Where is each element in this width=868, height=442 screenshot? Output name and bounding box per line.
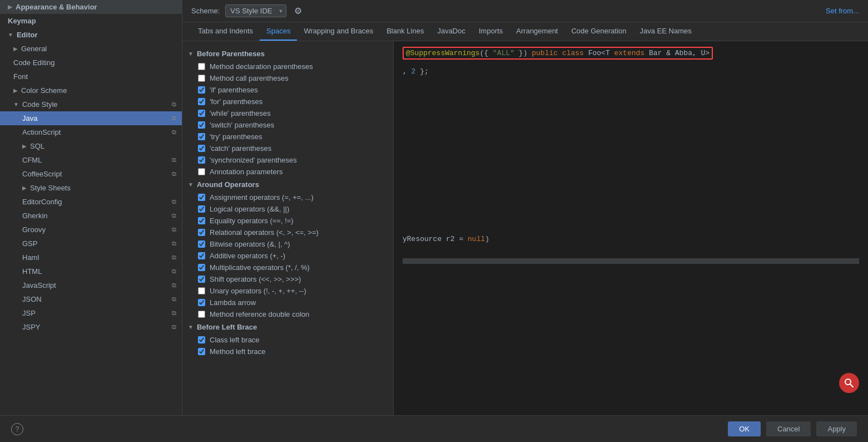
tab-tabs-indents[interactable]: Tabs and Indents — [191, 22, 260, 41]
scheme-dropdown[interactable]: VS Style IDE — [225, 4, 286, 17]
checkbox-switch-paren[interactable] — [198, 121, 205, 129]
sidebar-item-actionscript[interactable]: ActionScript⧉ — [0, 125, 182, 139]
checkbox-synchronized-paren[interactable] — [198, 156, 205, 164]
checkbox-if-paren[interactable] — [198, 86, 205, 94]
sidebar-item-color-scheme[interactable]: ▶Color Scheme — [0, 84, 182, 97]
section-around-operators[interactable]: ▼Around Operators — [182, 178, 393, 191]
copy-icon[interactable]: ⧉ — [172, 323, 176, 331]
horizontal-scrollbar[interactable] — [403, 258, 859, 264]
checkbox-lambda-arrow[interactable] — [198, 299, 205, 306]
checkbox-for-paren[interactable] — [198, 98, 205, 105]
sidebar-item-general[interactable]: ▶General — [0, 42, 182, 56]
set-from-link[interactable]: Set from... — [826, 7, 859, 15]
checkbox-logical-ops[interactable] — [198, 205, 205, 213]
copy-icon[interactable]: ⧉ — [172, 268, 176, 275]
copy-icon[interactable]: ⧉ — [172, 212, 176, 219]
sidebar-item-jsp[interactable]: JSP⧉ — [0, 306, 182, 320]
copy-icon[interactable]: ⧉ — [172, 310, 176, 317]
sidebar-item-java[interactable]: Java⧉ — [0, 111, 182, 125]
options-panel: ▼Before ParenthesesMethod declaration pa… — [182, 41, 394, 415]
option-row-equality-ops: Equality operators (==, !=) — [182, 215, 393, 227]
sidebar-item-html[interactable]: HTML⧉ — [0, 264, 182, 278]
copy-icon[interactable]: ⧉ — [172, 101, 176, 108]
sidebar-item-jspy[interactable]: JSPY⧉ — [0, 320, 182, 334]
cancel-button[interactable]: Cancel — [766, 421, 811, 436]
sidebar-item-gsp[interactable]: GSP⧉ — [0, 237, 182, 251]
sidebar-item-gherkin[interactable]: Gherkin⧉ — [0, 209, 182, 223]
checkbox-bitwise-ops[interactable] — [198, 240, 205, 248]
sidebar-item-groovy[interactable]: Groovy⧉ — [0, 223, 182, 237]
tab-spaces[interactable]: Spaces — [260, 22, 297, 41]
sidebar-item-appearance[interactable]: ▶Appearance & Behavior — [0, 0, 182, 14]
copy-icon[interactable]: ⧉ — [172, 198, 176, 205]
tab-javadoc[interactable]: JavaDoc — [430, 22, 472, 41]
section-before-left-brace[interactable]: ▼Before Left Brace — [182, 320, 393, 334]
copy-icon[interactable]: ⧉ — [172, 226, 176, 233]
checkbox-unary-ops[interactable] — [198, 287, 205, 294]
copy-icon[interactable]: ⧉ — [172, 282, 176, 289]
ok-button[interactable]: OK — [728, 421, 761, 436]
checkbox-annotation-param[interactable] — [198, 168, 205, 175]
sidebar-item-javascript[interactable]: JavaScript⧉ — [0, 278, 182, 292]
sidebar-item-cfml[interactable]: CFML⧉ — [0, 153, 182, 167]
copy-icon[interactable]: ⧉ — [172, 254, 176, 261]
checkbox-while-paren[interactable] — [198, 110, 205, 117]
checkbox-multiplicative-ops[interactable] — [198, 264, 205, 271]
sidebar-item-keymap[interactable]: Keymap — [0, 14, 182, 28]
help-button[interactable]: ? — [11, 423, 23, 435]
checkbox-method-brace[interactable] — [198, 348, 205, 355]
option-label-catch-paren: 'catch' parentheses — [210, 144, 271, 153]
copy-icon[interactable]: ⧉ — [172, 156, 176, 164]
tab-wrapping-braces[interactable]: Wrapping and Braces — [297, 22, 380, 41]
checkbox-additive-ops[interactable] — [198, 252, 205, 259]
tab-code-generation[interactable]: Code Generation — [564, 22, 633, 41]
option-row-unary-ops: Unary operators (!, -, +, ++, --) — [182, 285, 393, 297]
checkbox-method-call[interactable] — [198, 75, 205, 82]
bottom-left: ? — [11, 423, 23, 435]
scheme-select[interactable]: VS Style IDE — [225, 4, 286, 17]
sidebar-item-json[interactable]: JSON⧉ — [0, 292, 182, 306]
tab-imports[interactable]: Imports — [472, 22, 509, 41]
tab-arrangement[interactable]: Arrangement — [509, 22, 564, 41]
section-before-parentheses[interactable]: ▼Before Parentheses — [182, 47, 393, 61]
checkbox-assignment-ops[interactable] — [198, 194, 205, 201]
checkbox-method-decl[interactable] — [198, 63, 205, 70]
section-label: Around Operators — [197, 180, 259, 189]
copy-icon[interactable]: ⧉ — [172, 170, 176, 178]
apply-button[interactable]: Apply — [816, 421, 857, 436]
sidebar-item-style-sheets[interactable]: ▶Style Sheets — [0, 181, 182, 195]
sidebar-item-label: Color Scheme — [21, 86, 67, 95]
checkbox-try-paren[interactable] — [198, 133, 205, 140]
copy-icon[interactable]: ⧉ — [172, 296, 176, 303]
bottom-right: OK Cancel Apply — [728, 421, 857, 436]
checkbox-class-brace[interactable] — [198, 336, 205, 343]
copy-icon[interactable]: ⧉ — [172, 115, 176, 122]
sidebar-item-sql[interactable]: ▶SQL — [0, 139, 182, 153]
sidebar-item-editor[interactable]: ▼Editor — [0, 28, 182, 42]
option-row-annotation-param: Annotation parameters — [182, 166, 393, 178]
checkbox-equality-ops[interactable] — [198, 217, 205, 224]
option-label-switch-paren: 'switch' parentheses — [210, 121, 274, 129]
option-label-method-decl: Method declaration parentheses — [210, 62, 313, 71]
sidebar-item-editorconfig[interactable]: EditorConfig⧉ — [0, 195, 182, 209]
search-fab[interactable] — [839, 373, 859, 393]
code-line-1: @SuppressWarnings({ "ALL" }) public clas… — [403, 48, 859, 60]
copy-icon[interactable]: ⧉ — [172, 129, 176, 136]
option-label-equality-ops: Equality operators (==, !=) — [210, 217, 294, 225]
checkbox-shift-ops[interactable] — [198, 276, 205, 283]
checkbox-method-ref[interactable] — [198, 311, 205, 318]
sidebar-item-code-editing[interactable]: Code Editing — [0, 56, 182, 70]
option-label-logical-ops: Logical operators (&&, ||) — [210, 205, 289, 213]
sidebar-item-label: Code Style — [22, 100, 58, 109]
sidebar-item-haml[interactable]: Haml⧉ — [0, 251, 182, 264]
scheme-label: Scheme: — [191, 7, 220, 15]
checkbox-relational-ops[interactable] — [198, 229, 205, 236]
sidebar-item-font[interactable]: Font — [0, 70, 182, 84]
gear-button[interactable]: ⚙ — [292, 4, 304, 17]
tab-java-ee-names[interactable]: Java EE Names — [633, 22, 698, 41]
copy-icon[interactable]: ⧉ — [172, 240, 176, 247]
checkbox-catch-paren[interactable] — [198, 145, 205, 152]
sidebar-item-coffeescript[interactable]: CoffeeScript⧉ — [0, 167, 182, 181]
tab-blank-lines[interactable]: Blank Lines — [380, 22, 430, 41]
sidebar-item-code-style[interactable]: ▼Code Style⧉ — [0, 97, 182, 111]
